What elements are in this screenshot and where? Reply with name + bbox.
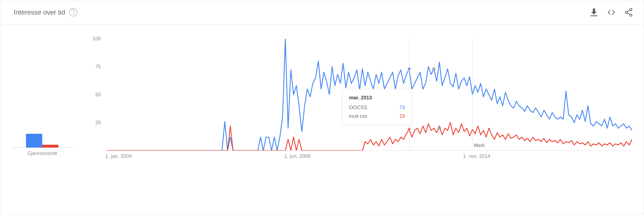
ghost-marker <box>432 67 436 71</box>
header-actions <box>590 8 633 16</box>
download-icon[interactable] <box>590 8 598 16</box>
svg-point-4 <box>625 11 628 13</box>
card-header: Interesse over tid <box>0 0 644 25</box>
hover-marker-oocss <box>408 67 411 71</box>
svg-rect-1 <box>593 8 595 12</box>
svg-point-0 <box>73 14 74 15</box>
svg-line-7 <box>628 13 630 15</box>
tooltip-date: mar. 2013 <box>349 95 405 101</box>
tooltip-series-value: 73 <box>399 105 405 111</box>
x-tick: 1. nov. 2014 <box>463 153 491 159</box>
svg-line-6 <box>628 10 630 12</box>
y-tick: 75 <box>95 64 101 70</box>
average-label: Gjennomsnitt <box>11 151 73 156</box>
y-tick: 25 <box>95 120 101 126</box>
tooltip-series-name: inuit css <box>349 113 367 119</box>
tooltip-series-value: 19 <box>399 113 405 119</box>
tooltip-row: inuit css19 <box>349 113 405 119</box>
tooltip-series-name: OOCSS <box>349 105 367 111</box>
x-tick: 1. jun. 2009 <box>284 153 311 159</box>
line-inuit-css <box>106 123 632 151</box>
x-tick: 1. jan. 2004 <box>105 153 132 159</box>
chart-area[interactable]: 255075100 Merk mar. 2013 OOCSS73inuit cs… <box>87 39 635 195</box>
header-left: Interesse over tid <box>14 8 77 17</box>
svg-point-5 <box>630 14 632 16</box>
ghost-marker <box>437 126 441 130</box>
card-body: Gjennomsnitt 255075100 Merk mar. 2013 OO… <box>0 25 644 214</box>
help-icon[interactable] <box>69 8 77 17</box>
hover-marker-inuit-css <box>408 128 411 131</box>
x-axis: 1. jan. 20041. jun. 20091. nov. 2014 <box>106 153 632 162</box>
svg-point-3 <box>630 8 632 11</box>
hover-tooltip: mar. 2013 OOCSS73inuit css19 <box>342 89 412 125</box>
svg-rect-2 <box>591 15 597 16</box>
embed-icon[interactable] <box>607 8 615 16</box>
avg-bar-oocss <box>26 134 42 148</box>
y-axis: 255075100 <box>87 39 104 151</box>
trends-card: Interesse over tid <box>0 0 644 214</box>
note-line <box>472 39 473 150</box>
average-block: Gjennomsnitt <box>11 97 73 156</box>
y-tick: 50 <box>95 92 101 98</box>
card-title: Interesse over tid <box>14 8 65 16</box>
y-tick: 100 <box>93 36 101 42</box>
plot-area[interactable]: Merk mar. 2013 OOCSS73inuit css19 <box>106 39 632 151</box>
share-icon[interactable] <box>625 8 633 16</box>
note-marker[interactable]: Merk <box>474 143 485 148</box>
average-bars <box>11 97 73 148</box>
tooltip-row: OOCSS73 <box>349 105 405 111</box>
avg-bar-inuit-css <box>42 145 58 148</box>
